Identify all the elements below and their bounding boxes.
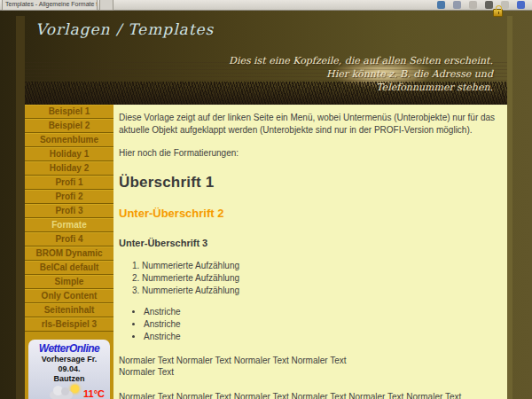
list-item: Anstriche bbox=[144, 331, 500, 343]
list-item: Nummerierte Aufzählung bbox=[142, 272, 500, 285]
toolbar-icon-4[interactable] bbox=[485, 1, 493, 9]
toolbar-icon-5[interactable] bbox=[501, 1, 509, 9]
sidebar-item-holiday-1[interactable]: Holiday 1 bbox=[25, 147, 113, 161]
list-item: Anstriche bbox=[144, 318, 500, 331]
sun-icon bbox=[71, 385, 79, 393]
text-line: Normaler Text Normaler Text Normaler Tex… bbox=[119, 355, 500, 367]
sidebar-item-beispiel-2[interactable]: Beispiel 2 bbox=[25, 119, 113, 133]
browser-tab[interactable]: Templates - Allgemeine Formate für Texte… bbox=[2, 0, 98, 11]
main-content: Diese Vorlage zeigt auf der linken Seite… bbox=[113, 105, 507, 399]
sidebar-item-only-content[interactable]: Only Content bbox=[25, 289, 113, 303]
site-title: Vorlagen / Templates bbox=[35, 20, 214, 38]
sidebar-item-profi-2[interactable]: Profi 2 bbox=[25, 190, 113, 204]
sidebar-item-brom-dynamic[interactable]: BROM Dynamic bbox=[25, 246, 113, 261]
wetteronline-logo[interactable]: WetterOnline bbox=[30, 342, 108, 355]
normal-text-paragraph-long: Normaler Text Normaler Text Normaler Tex… bbox=[119, 391, 500, 399]
toolbar-icon-2[interactable] bbox=[453, 1, 461, 9]
sidebar-item-belcal-default[interactable]: BelCal default bbox=[25, 261, 113, 275]
heading-3: Unter-Überschrift 3 bbox=[119, 237, 500, 250]
sidebar: Beispiel 1 Beispiel 2 Sonnenblume Holida… bbox=[25, 105, 113, 399]
sidebar-item-holiday-2[interactable]: Holiday 2 bbox=[25, 161, 113, 176]
heading-2: Unter-Überschrift 2 bbox=[119, 206, 500, 222]
sidebar-item-beispiel-1[interactable]: Beispiel 1 bbox=[25, 105, 113, 119]
text-line: Normaler Text bbox=[119, 366, 500, 379]
sidebar-item-profi-4[interactable]: Profi 4 bbox=[25, 232, 113, 246]
toolbar-icon-6[interactable] bbox=[517, 1, 525, 9]
temperature-value: 11°C bbox=[83, 388, 105, 399]
list-item: Anstriche bbox=[144, 306, 500, 318]
browser-bar: Templates - Allgemeine Formate für Texte… bbox=[0, 0, 532, 11]
list-item: Nummerierte Aufzählung bbox=[142, 260, 500, 272]
toolbar-icon-3[interactable] bbox=[469, 1, 477, 9]
sidebar-item-sonnenblume[interactable]: Sonnenblume bbox=[25, 133, 113, 147]
header-image: Vorlagen / Templates Dies ist eine Kopfz… bbox=[25, 16, 507, 105]
numbered-list: Nummerierte Aufzählung Nummerierte Aufzä… bbox=[128, 260, 500, 297]
formats-label: Hier noch die Formatierungen: bbox=[119, 147, 500, 160]
sidebar-item-simple[interactable]: Simple bbox=[25, 275, 113, 289]
tagline-line: Hier könnte z. B. die Adresse und bbox=[229, 68, 493, 82]
site-container: Vorlagen / Templates Dies ist eine Kopfz… bbox=[16, 16, 512, 399]
sidebar-item-profi-1[interactable]: Profi 1 bbox=[25, 176, 113, 190]
bullet-list: Anstriche Anstriche Anstriche bbox=[133, 306, 500, 343]
sidebar-item-seiteninhalt[interactable]: Seiteninhalt bbox=[25, 303, 113, 317]
screen: Templates - Allgemeine Formate für Texte… bbox=[0, 0, 532, 399]
sidebar-item-formate[interactable]: Formate bbox=[25, 218, 113, 232]
weather-widget: WetterOnline Vorhersage Fr. 09.04. Bautz… bbox=[28, 340, 110, 399]
browser-toolbar bbox=[437, 1, 525, 9]
sidebar-item-rls-beispiel-3[interactable]: rls-Beispiel 3 bbox=[25, 317, 113, 332]
normal-text-paragraph: Normaler Text Normaler Text Normaler Tex… bbox=[119, 355, 500, 379]
heading-1: Überschrift 1 bbox=[119, 173, 500, 193]
weather-forecast-date: Vorhersage Fr. 09.04. bbox=[30, 355, 108, 374]
sidebar-item-profi-3[interactable]: Profi 3 bbox=[25, 204, 113, 218]
tagline-line: Dies ist eine Kopfzeile, die auf allen S… bbox=[229, 55, 493, 68]
cloud-icon bbox=[50, 391, 73, 399]
weather-city: Bautzen bbox=[30, 374, 108, 384]
list-item: Nummerierte Aufzählung bbox=[142, 285, 500, 297]
tagline-line: Telefonnummer stehen. bbox=[229, 82, 493, 95]
intro-paragraph: Diese Vorlage zeigt auf der linken Seite… bbox=[119, 112, 500, 136]
browser-tab-stub[interactable] bbox=[99, 0, 113, 11]
toolbar-icon-1[interactable] bbox=[437, 1, 445, 9]
header-tagline: Dies ist eine Kopfzeile, die auf allen S… bbox=[229, 55, 493, 95]
